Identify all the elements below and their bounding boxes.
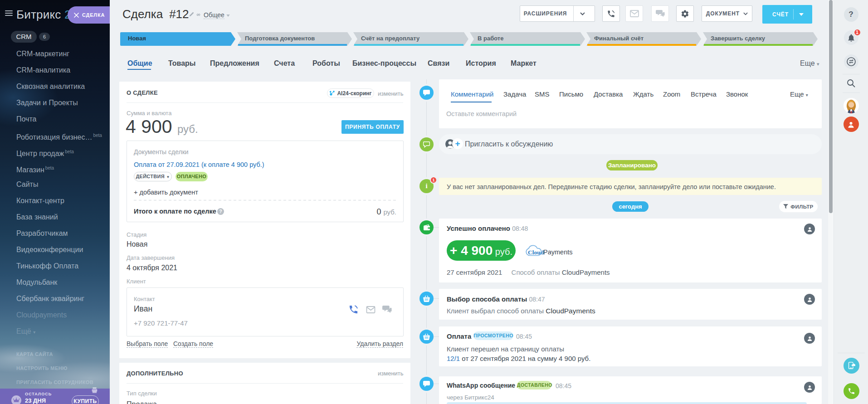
svg-text:Payments: Payments — [543, 248, 572, 256]
svg-text:Cloud: Cloud — [528, 249, 544, 256]
